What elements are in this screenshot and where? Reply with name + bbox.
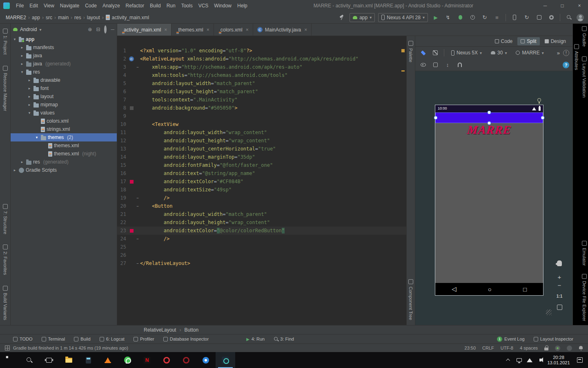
api-level-select[interactable]: 30 ▾ bbox=[488, 48, 510, 57]
palette-tab[interactable]: Palette bbox=[408, 41, 413, 62]
breadcrumb-item-app[interactable]: app bbox=[32, 15, 40, 20]
tree-item-mipmap[interactable]: ▸mipmap bbox=[11, 101, 117, 109]
taskbar-search[interactable] bbox=[20, 352, 39, 368]
breadcrumb-item-src[interactable]: src bbox=[46, 15, 52, 20]
color-swatch-icon[interactable] bbox=[130, 106, 134, 110]
menu-edit[interactable]: Edit bbox=[27, 0, 41, 11]
notifications-bell-icon[interactable] bbox=[579, 346, 583, 350]
selection-handle[interactable] bbox=[488, 111, 491, 114]
breadcrumb-item-main[interactable]: main bbox=[58, 15, 69, 20]
tray-volume-icon[interactable] bbox=[535, 359, 546, 361]
menu-tools[interactable]: Tools bbox=[178, 0, 196, 11]
collapse-all-button[interactable]: ⊟ bbox=[96, 27, 100, 32]
mode-split[interactable]: Split bbox=[517, 37, 539, 45]
theme-select[interactable]: MARRE ▾ bbox=[513, 48, 546, 57]
arrow-down-icon[interactable]: ▾ bbox=[27, 111, 32, 115]
tool-window-database-inspector[interactable]: Database Inspector bbox=[163, 337, 209, 341]
indent-indicator[interactable]: 4 spaces bbox=[520, 346, 538, 350]
tool-window-profiler[interactable]: Profiler bbox=[134, 337, 154, 341]
tray-display-icon[interactable] bbox=[514, 358, 524, 362]
tray-expand-button[interactable] bbox=[503, 359, 514, 361]
menu-file[interactable]: File bbox=[13, 0, 27, 11]
sdk-manager-button[interactable] bbox=[535, 13, 543, 22]
issues-badge[interactable]: ! bbox=[563, 50, 569, 56]
overflow-menu-button[interactable]: » bbox=[557, 50, 560, 56]
build-hammer-icon[interactable] bbox=[337, 13, 346, 22]
close-button[interactable]: × bbox=[571, 0, 588, 11]
menu-run[interactable]: Run bbox=[164, 0, 178, 11]
taskbar-blue-circle-app[interactable] bbox=[196, 352, 216, 368]
arrow-right-icon[interactable]: ▸ bbox=[27, 94, 32, 99]
tool-window-3-find[interactable]: 3: Find bbox=[274, 337, 294, 341]
pan-tool-button[interactable] bbox=[555, 258, 564, 268]
taskbar-vlc[interactable] bbox=[98, 352, 118, 368]
menu-navigate[interactable]: Navigate bbox=[57, 0, 82, 11]
tray-network-icon[interactable] bbox=[524, 358, 535, 362]
apply-changes-button[interactable]: ↯ bbox=[443, 13, 452, 22]
taskbar-opera-beta[interactable] bbox=[176, 352, 196, 368]
tool-tab-device-file-explorer[interactable]: Device File Explorer bbox=[582, 274, 587, 321]
sync-project-button[interactable]: ↻ bbox=[522, 13, 531, 22]
arrow-down-icon[interactable]: ▾ bbox=[20, 70, 24, 74]
caret-position[interactable]: 23:50 bbox=[465, 346, 476, 350]
select-default-button[interactable] bbox=[431, 61, 440, 70]
menu-help[interactable]: Help bbox=[234, 0, 250, 11]
code-editor[interactable]: 1<?xml version="1.0" encoding="utf-8"?>2… bbox=[117, 36, 406, 325]
xml-breadcrumb-relativelayout[interactable]: RelativeLayout bbox=[144, 327, 176, 333]
zoom-out-button[interactable]: − bbox=[555, 281, 564, 289]
device-manager-button[interactable] bbox=[510, 13, 519, 22]
tool-tab-attributes[interactable]: Attributes bbox=[574, 44, 579, 70]
zoom-100-button[interactable]: 1:1 bbox=[555, 292, 564, 300]
error-stripe-mark[interactable] bbox=[401, 70, 405, 72]
tree-item-drawable[interactable]: ▸drawable bbox=[11, 76, 117, 84]
breadcrumb-item-marre2[interactable]: MARRE2 bbox=[6, 15, 26, 20]
arrow-right-icon[interactable]: ▸ bbox=[20, 45, 24, 49]
tree-item-themes-xml[interactable]: themes.xml bbox=[11, 141, 117, 150]
tree-item-manifests[interactable]: ▸manifests bbox=[11, 43, 117, 52]
xml-breadcrumb-button[interactable]: Button bbox=[184, 327, 198, 333]
selection-handle[interactable] bbox=[541, 116, 545, 120]
taskbar-task-view[interactable] bbox=[39, 352, 59, 368]
taskbar-calculator[interactable] bbox=[78, 352, 98, 368]
locate-file-button[interactable]: ⊕ bbox=[88, 27, 92, 32]
design-canvas[interactable]: 10:00 MARRE ◁ ○ □ + − 1:1 bbox=[415, 71, 572, 325]
arrow-right-icon[interactable]: ▸ bbox=[20, 54, 24, 58]
view-options-button[interactable] bbox=[419, 61, 428, 70]
action-center-button[interactable] bbox=[572, 357, 588, 363]
tab-themes-xml[interactable]: themes.xml× bbox=[172, 24, 214, 36]
menu-analyze[interactable]: Analyze bbox=[100, 0, 123, 11]
taskbar-whatsapp[interactable] bbox=[118, 352, 137, 368]
tool-window-4-run[interactable]: ▶4: Run bbox=[246, 337, 265, 341]
menu-view[interactable]: View bbox=[41, 0, 57, 11]
arrow-down-icon[interactable]: ▾ bbox=[34, 135, 39, 139]
user-avatar[interactable] bbox=[577, 14, 584, 21]
debug-button[interactable] bbox=[456, 13, 465, 22]
maximize-button[interactable]: □ bbox=[554, 0, 571, 11]
taskbar-opera[interactable] bbox=[157, 352, 176, 368]
lightbulb-icon[interactable] bbox=[537, 98, 541, 102]
menu-vcs[interactable]: VCS bbox=[196, 0, 212, 11]
tree-item-values[interactable]: ▾values bbox=[11, 109, 117, 117]
tool-window-event-log[interactable]: 1Event Log bbox=[497, 337, 525, 342]
tool-tab-7-structure[interactable]: 7: Structure bbox=[3, 204, 8, 234]
menu-window[interactable]: Window bbox=[211, 0, 234, 11]
mode-design[interactable]: Design bbox=[541, 37, 569, 45]
close-icon[interactable]: × bbox=[304, 27, 307, 33]
arrow-right-icon[interactable]: ▸ bbox=[27, 103, 32, 107]
status-circle-icon[interactable] bbox=[555, 346, 560, 351]
close-icon[interactable]: × bbox=[246, 27, 249, 33]
taskbar-file-explorer[interactable] bbox=[59, 352, 78, 368]
selection-handle[interactable] bbox=[488, 121, 491, 125]
menu-refactor[interactable]: Refactor bbox=[123, 0, 147, 11]
tree-item-java-generated[interactable]: ▸java(generated) bbox=[11, 60, 117, 68]
tool-tab-layout-validation[interactable]: Layout Validation bbox=[582, 56, 587, 98]
profile-button[interactable] bbox=[468, 13, 477, 22]
tree-item-themes-xml-night[interactable]: themes.xml(night) bbox=[11, 150, 117, 158]
menu-code[interactable]: Code bbox=[82, 0, 100, 11]
error-stripe-mark[interactable] bbox=[401, 49, 405, 52]
settings-button[interactable] bbox=[547, 13, 556, 22]
tree-item-res[interactable]: ▾res bbox=[11, 68, 117, 76]
target-device-select[interactable]: Nexus 4 API 28 ▾ bbox=[378, 13, 428, 22]
tree-item-colors-xml[interactable]: colors.xml bbox=[11, 117, 117, 125]
search-everywhere-button[interactable] bbox=[564, 13, 573, 22]
